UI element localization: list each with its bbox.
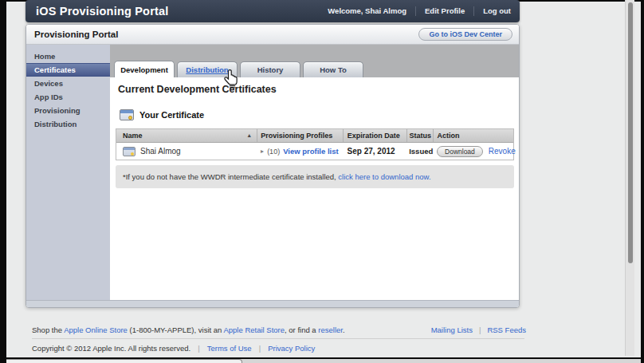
certificate-section-header: Your Certificate [120, 109, 519, 120]
column-label: Expiration Date [348, 129, 400, 142]
copyright-text: Copyright © 2012 Apple Inc. All rights r… [32, 344, 190, 353]
footer-separator: | [259, 344, 261, 353]
tab-strip: Development Distribution History How To [110, 45, 519, 77]
table-header-row: Name ▲ Provisioning Profiles Expiration … [116, 129, 513, 143]
privacy-policy-link[interactable]: Privacy Policy [268, 344, 315, 353]
apple-retail-store-link[interactable]: Apple Retail Store [223, 326, 285, 334]
tab-development[interactable]: Development [114, 61, 175, 77]
go-to-dev-center-button[interactable]: Go to iOS Dev Center [418, 28, 512, 41]
mailing-lists-link[interactable]: Mailing Lists [431, 326, 473, 334]
view-profile-list-link[interactable]: View profile list [283, 147, 339, 156]
column-header-action: Action [434, 129, 513, 142]
table-row: Shai Almog ▸ (10) View profile list Sep … [116, 143, 513, 160]
name-cell: Shai Almog [116, 147, 257, 156]
top-navbar-links: Welcome, Shai Almog Edit Profile Log out [319, 0, 520, 22]
footer-copyright-line: Copyright © 2012 Apple Inc. All rights r… [32, 344, 315, 353]
sort-asc-icon[interactable]: ▲ [246, 129, 252, 142]
sidebar-item-devices[interactable]: Devices [26, 77, 110, 90]
column-header-provisioning-profiles: Provisioning Profiles [257, 129, 344, 142]
column-header-expiration-date: Expiration Date [344, 129, 407, 142]
column-label: Provisioning Profiles [261, 129, 332, 142]
revoke-link[interactable]: Revoke [489, 147, 516, 156]
wwdr-download-link[interactable]: click here to download now. [338, 172, 430, 181]
sidebar-item-app-ids[interactable]: App IDs [26, 90, 110, 104]
main-area: Development Distribution History How To … [110, 45, 519, 301]
welcome-user-label: Welcome, Shai Almog [319, 0, 415, 22]
portal-title: Provisioning Portal [34, 30, 118, 39]
footer-separator: | [198, 344, 199, 353]
footer-separator: | [479, 326, 481, 334]
sidebar-item-provisioning[interactable]: Provisioning [26, 104, 110, 117]
disclosure-icon[interactable]: ▸ [261, 148, 264, 155]
scrollbar-thumb[interactable] [628, 2, 633, 263]
profiles-cell: ▸ (10) View profile list [257, 147, 343, 156]
footer-text: (1-800-MY-APPLE), visit an [128, 326, 224, 334]
footer-feed-links: Mailing Lists | RSS Feeds [431, 326, 526, 334]
status-value: Issued [406, 147, 434, 156]
expiration-date: Sep 27, 2012 [344, 147, 407, 156]
section-title: Your Certificate [139, 110, 204, 120]
wwdr-note-text: *If you do not have the WWDR intermediat… [123, 172, 338, 181]
app-title: iOS Provisioning Portal [36, 5, 169, 18]
portal-panel: Provisioning Portal Go to iOS Dev Center… [26, 24, 520, 308]
column-header-name[interactable]: Name ▲ [116, 129, 257, 142]
footer-divider [32, 338, 524, 339]
certificate-icon [123, 147, 135, 156]
page-title: Current Development Certificates [118, 84, 519, 95]
column-label: Action [437, 129, 459, 142]
column-label: Name [123, 129, 143, 142]
tab-history[interactable]: History [240, 61, 300, 77]
status-popup [6, 359, 242, 363]
profile-count: (10) [267, 148, 280, 156]
rss-feeds-link[interactable]: RSS Feeds [487, 326, 526, 334]
logout-link[interactable]: Log out [474, 0, 520, 22]
sidebar: Home Certificates Devices App IDs Provis… [26, 45, 110, 301]
download-button[interactable]: Download [437, 146, 483, 157]
reseller-link[interactable]: reseller [318, 326, 343, 334]
footer-text: Shop the [32, 326, 64, 334]
edit-profile-link[interactable]: Edit Profile [416, 0, 473, 22]
footer-shop-line: Shop the Apple Online Store (1-800-MY-AP… [32, 326, 345, 334]
sidebar-item-home[interactable]: Home [26, 49, 110, 63]
panel-bottom-bar [26, 300, 519, 307]
scrollbar[interactable] [625, 0, 634, 356]
action-cell: Download Revoke [434, 146, 513, 157]
portal-panel-header: Provisioning Portal Go to iOS Dev Center [26, 25, 519, 45]
certificate-icon [120, 109, 134, 120]
column-label: Status [410, 129, 432, 142]
sidebar-item-certificates[interactable]: Certificates [26, 63, 110, 77]
certificates-table: Name ▲ Provisioning Profiles Expiration … [116, 128, 514, 160]
top-navbar: iOS Provisioning Portal Welcome, Shai Al… [26, 0, 520, 22]
tab-how-to[interactable]: How To [303, 61, 363, 77]
footer-text: , or find a [285, 326, 318, 334]
column-header-status: Status [407, 129, 434, 142]
terms-of-use-link[interactable]: Terms of Use [207, 344, 252, 353]
apple-online-store-link[interactable]: Apple Online Store [64, 326, 128, 334]
certificate-owner-name: Shai Almog [140, 147, 181, 156]
wwdr-note: *If you do not have the WWDR intermediat… [116, 165, 514, 188]
tab-content: Current Development Certificates Your Ce… [110, 77, 519, 301]
tab-distribution[interactable]: Distribution [177, 61, 238, 77]
footer-text: . [343, 326, 345, 334]
sidebar-item-distribution[interactable]: Distribution [26, 117, 110, 131]
